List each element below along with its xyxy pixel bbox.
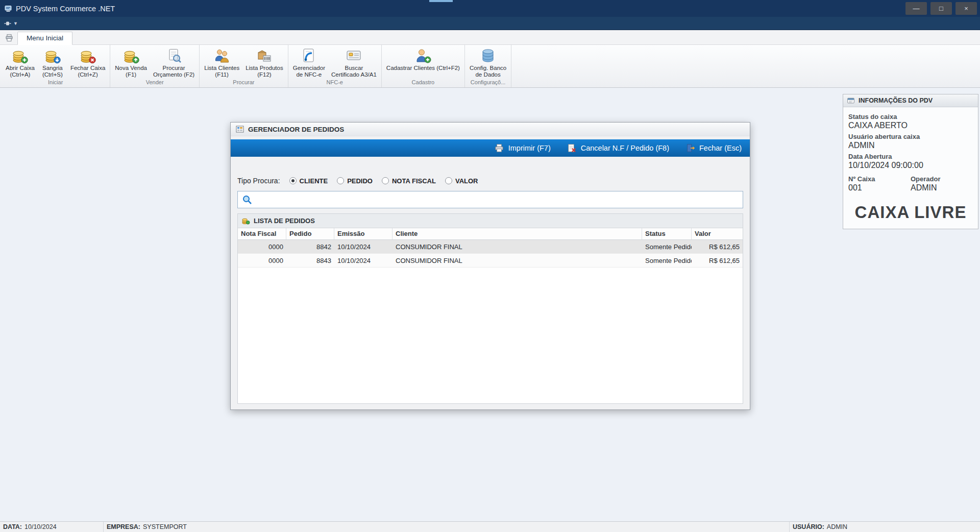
gerenciador-pedidos-dialog: GERENCIADOR DE PEDIDOS Imprimir (F7)Canc…	[230, 122, 750, 410]
search-input[interactable]	[256, 191, 743, 208]
radio-circle-icon	[289, 177, 297, 184]
statusbar-item-usuario: USUÁRIO:ADMIN	[789, 522, 980, 532]
search-doc-icon	[166, 47, 182, 64]
tab-menu-inicial[interactable]: Menu Inicial	[17, 32, 72, 45]
ribbon-tabs: Menu Inicial	[0, 30, 980, 44]
titlebar: PDV System Commerce .NET — □ ×	[0, 0, 980, 17]
ribbon-button-abrir-caixa[interactable]: Abrir Caixa(Ctrl+A)	[3, 46, 38, 79]
ribbon-group-label: Procurar	[201, 79, 286, 87]
print-icon	[495, 143, 504, 153]
nfce-icon	[301, 47, 317, 64]
maximize-button[interactable]: □	[930, 2, 952, 15]
search-type-radios: CLIENTEPEDIDONOTA FISCALVALOR	[289, 176, 478, 186]
clients-list-icon	[214, 47, 230, 64]
search-icon	[242, 195, 252, 205]
column-header-status[interactable]: Status	[642, 228, 692, 239]
ribbon-button-procurar[interactable]: ProcurarOrçamento (F2)	[150, 46, 198, 79]
cancel-doc-icon	[567, 143, 576, 153]
column-header-valor[interactable]: Valor	[692, 228, 743, 239]
info-pair: Nº Caixa001OperadorADMIN	[848, 173, 973, 192]
ribbon-button-lista-produtos[interactable]: Lista Produtos(F12)	[242, 46, 286, 79]
column-header-cliente[interactable]: Cliente	[393, 228, 642, 239]
info-panel-header: INFORMAÇÕES DO PDV	[843, 94, 978, 107]
new-sale-icon	[123, 47, 139, 64]
table-cell: 0000	[238, 257, 286, 264]
pdv-info-panel: INFORMAÇÕES DO PDV Status do caixaCAIXA …	[843, 94, 978, 229]
dialog-titlebar: GERENCIADOR DE PEDIDOS	[231, 123, 750, 136]
printer-icon[interactable]	[5, 34, 13, 42]
ribbon-button-fechar-caixa[interactable]: Fechar Caixa(Ctrl+Z)	[67, 46, 108, 79]
coins-close-icon	[80, 47, 96, 64]
list-title: LISTA DE PEDIDOS	[254, 217, 315, 225]
ribbon-group-vender: Nova Venda(F1)ProcurarOrçamento (F2)Vend…	[110, 45, 200, 87]
ribbon-group-label: NFC-e	[290, 79, 380, 87]
toolbar-button-fechar-esc[interactable]: Fechar (Esc)	[685, 143, 742, 153]
radio-circle-icon	[445, 177, 452, 184]
list-header: LISTA DE PEDIDOS	[238, 214, 743, 228]
radio-nota-fiscal[interactable]: NOTA FISCAL	[382, 177, 436, 185]
app-window: PDV System Commerce .NET — □ × ▼ Menu In…	[0, 0, 980, 532]
table-cell: 10/10/2024	[334, 243, 393, 251]
window-controls: — □ ×	[905, 2, 977, 15]
radio-circle-icon	[337, 177, 344, 184]
radio-cliente[interactable]: CLIENTE	[289, 177, 328, 185]
toolbar-button-label: Fechar (Esc)	[699, 144, 742, 152]
table-row[interactable]: 0000884310/10/2024CONSUMIDOR FINALSoment…	[238, 254, 743, 268]
ribbon-group-configuraco: Config. Bancode DadosConfiguraçõ...	[465, 45, 511, 87]
statusbar: DATA:10/10/2024EMPRESA:SYSTEMPORTUSUÁRIO…	[0, 521, 980, 532]
info-card-icon	[847, 96, 855, 105]
radio-pedido[interactable]: PEDIDO	[337, 177, 373, 185]
column-header-pedido[interactable]: Pedido	[286, 228, 334, 239]
window-title: PDV System Commerce .NET	[16, 5, 115, 13]
info-fields: Status do caixaCAIXA ABERTOUsuário abert…	[843, 107, 978, 222]
toolbar-button-imprimir-f7[interactable]: Imprimir (F7)	[495, 143, 551, 153]
ribbon-group-procurar: Lista Clientes(F11)Lista Produtos(F12)Pr…	[200, 45, 288, 87]
pedidos-list-region: LISTA DE PEDIDOS Nota FiscalPedidoEmissã…	[237, 213, 743, 404]
chevron-down-icon[interactable]: ▼	[13, 21, 18, 26]
ribbon-button-config-banco[interactable]: Config. Bancode Dados	[467, 46, 509, 79]
table-cell: 8842	[286, 243, 334, 251]
register-clients-icon	[415, 47, 431, 64]
ribbon-group-label: Vender	[112, 79, 198, 87]
column-header-nota-fiscal[interactable]: Nota Fiscal	[238, 228, 286, 239]
toolbar-button-cancelar-n-f-pedido-f8[interactable]: Cancelar N.F / Pedido (F8)	[567, 143, 669, 153]
quick-access-toolbar: ▼	[0, 17, 980, 30]
close-button[interactable]: ×	[955, 2, 977, 15]
table-row[interactable]: 0000884210/10/2024CONSUMIDOR FINALSoment…	[238, 240, 743, 254]
minimize-button[interactable]: —	[905, 2, 927, 15]
table-cell: CONSUMIDOR FINAL	[393, 243, 642, 251]
search-type-row: Tipo Procura: CLIENTEPEDIDONOTA FISCALVA…	[237, 176, 743, 186]
ribbon-button-cadastrar-clientes-ctrl-f2[interactable]: Cadastrar Clientes (Ctrl+F2)	[383, 46, 463, 79]
statusbar-label: EMPRESA:	[107, 523, 140, 530]
dialog-title: GERENCIADOR DE PEDIDOS	[248, 126, 344, 133]
ribbon-button-nova-venda[interactable]: Nova Venda(F1)	[112, 46, 150, 79]
table-cell: Somente Pedido	[642, 257, 692, 264]
workspace: GERENCIADOR DE PEDIDOS Imprimir (F7)Canc…	[0, 88, 980, 521]
dialog-content: Tipo Procura: CLIENTEPEDIDONOTA FISCALVA…	[237, 176, 743, 404]
connection-icon[interactable]	[4, 19, 12, 28]
ribbon-button-gerenciador[interactable]: Gerenciadorde NFC-e	[290, 46, 328, 79]
column-header-emissao[interactable]: Emissão	[334, 228, 393, 239]
radio-label: VALOR	[455, 177, 478, 185]
ribbon-button-lista-clientes[interactable]: Lista Clientes(F11)	[201, 46, 242, 79]
ribbon-button-buscar[interactable]: BuscarCertificado A3/A1	[328, 46, 380, 79]
search-box	[237, 191, 743, 208]
statusbar-item-data: DATA:10/10/2024	[0, 522, 104, 532]
ribbon-groups: Abrir Caixa(Ctrl+A)Sangria(Ctrl+S)Fechar…	[0, 44, 980, 88]
statusbar-label: USUÁRIO:	[793, 523, 824, 530]
radio-label: PEDIDO	[347, 177, 373, 185]
radio-valor[interactable]: VALOR	[445, 177, 478, 185]
statusbar-value: SYSTEMPORT	[143, 523, 187, 530]
table-cell: Somente Pedido	[642, 243, 692, 251]
ribbon-group-label: Cadastro	[383, 79, 463, 87]
radio-circle-icon	[382, 177, 389, 184]
coins-add-icon	[12, 47, 28, 64]
ribbon-button-sangria[interactable]: Sangria(Ctrl+S)	[38, 46, 67, 79]
info-field-value: 10/10/2024 09:00:00	[848, 161, 973, 170]
pair-right: OperadorADMIN	[911, 173, 973, 192]
exit-icon	[685, 143, 695, 153]
database-icon	[480, 47, 496, 64]
radio-label: NOTA FISCAL	[392, 177, 436, 185]
pair-left: Nº Caixa001	[848, 173, 911, 192]
table-cell: R$ 612,65	[692, 243, 743, 251]
